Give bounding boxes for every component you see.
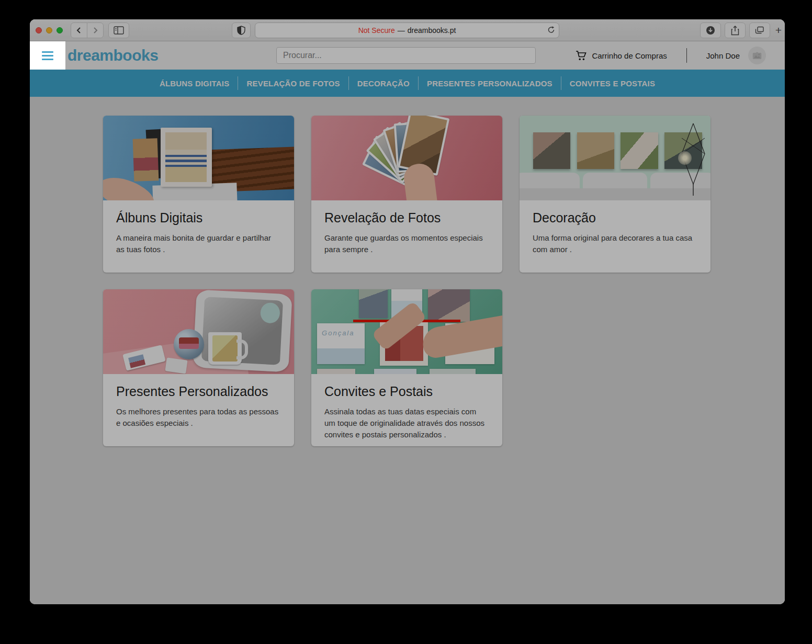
menu-button[interactable] <box>30 41 65 70</box>
screen: Not Secure — dreambooks.pt <box>0 0 812 644</box>
hamburger-icon <box>42 59 53 60</box>
hamburger-icon <box>42 51 53 53</box>
browser-window: Not Secure — dreambooks.pt <box>30 19 785 604</box>
hamburger-icon <box>42 55 53 57</box>
dim-overlay <box>30 19 785 604</box>
